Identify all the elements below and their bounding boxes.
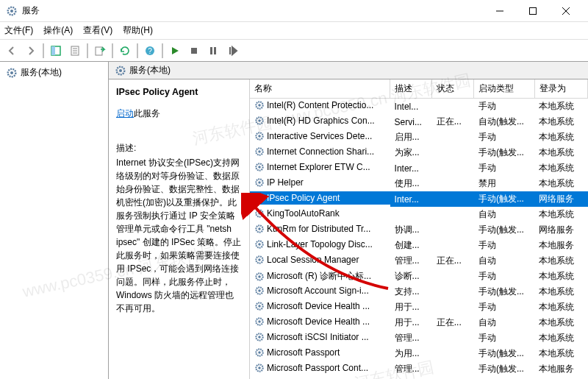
- menu-view[interactable]: 查看(V): [83, 24, 112, 37]
- back-button[interactable]: [3, 42, 21, 60]
- refresh-button[interactable]: [116, 42, 134, 60]
- maximize-button[interactable]: [516, 1, 549, 21]
- service-desc: 诊断...: [390, 269, 432, 284]
- pause-service-button[interactable]: [204, 42, 222, 60]
- service-startup: 手动: [474, 99, 535, 115]
- gear-icon: [254, 347, 265, 358]
- export-button[interactable]: [91, 42, 109, 60]
- service-status: [432, 207, 474, 222]
- gear-icon: [254, 272, 265, 282]
- service-row[interactable]: KtmRm for Distributed Tr...协调...手动(触发...…: [250, 222, 588, 238]
- service-row[interactable]: IP Helper使用...禁用本地系统: [250, 176, 588, 191]
- service-row[interactable]: Microsoft iSCSI Initiator ...管理...手动本地系统: [250, 330, 588, 346]
- service-name: Link-Layer Topology Disc...: [267, 239, 373, 249]
- service-logon: 本地系统: [534, 160, 587, 176]
- service-row[interactable]: Internet Connection Shari...为家...手动(触发..…: [250, 145, 588, 160]
- service-name: Microsoft Device Health ...: [267, 301, 370, 311]
- service-status: [432, 160, 474, 176]
- gear-icon: [254, 332, 265, 342]
- restart-service-button[interactable]: [223, 42, 241, 60]
- service-status: [432, 284, 474, 300]
- minimize-button[interactable]: [483, 1, 516, 21]
- service-startup: 手动: [474, 330, 535, 346]
- col-desc[interactable]: 描述: [390, 79, 432, 99]
- stop-service-button[interactable]: [185, 42, 203, 60]
- service-status: [432, 222, 474, 238]
- service-row[interactable]: Intel(R) Content Protectio...Intel...手动本…: [250, 99, 588, 115]
- service-name: Interactive Services Dete...: [267, 131, 372, 141]
- svg-rect-2: [529, 7, 536, 14]
- gear-icon: [254, 177, 265, 188]
- close-button[interactable]: [549, 1, 582, 21]
- service-row[interactable]: Microsoft (R) 诊断中心标...诊断...手动本地系统: [250, 269, 588, 284]
- services-grid[interactable]: 名称 描述 状态 启动类型 登录为 Intel(R) Content Prote…: [250, 79, 588, 379]
- service-startup: 自动(触发...: [474, 114, 535, 130]
- service-logon: 本地系统: [534, 99, 587, 115]
- service-desc: 用于...: [390, 300, 432, 315]
- selected-service-name: IPsec Policy Agent: [116, 87, 242, 97]
- forward-button[interactable]: [22, 42, 40, 60]
- service-name: KtmRm for Distributed Tr...: [267, 224, 370, 234]
- service-startup: 手动(触发...: [474, 191, 535, 207]
- menu-file[interactable]: 文件(F): [4, 24, 33, 37]
- service-logon: 本地系统: [534, 330, 587, 346]
- svg-rect-11: [214, 47, 216, 54]
- col-logon[interactable]: 登录为: [534, 79, 587, 99]
- gear-icon: [254, 224, 265, 234]
- service-status: 正在...: [432, 315, 474, 330]
- service-row[interactable]: Microsoft Account Sign-i...支持...手动(触发...…: [250, 284, 588, 300]
- service-logon: 本地系统: [534, 130, 587, 145]
- service-row[interactable]: Microsoft Device Health ...用于...手动本地系统: [250, 300, 588, 315]
- col-startup[interactable]: 启动类型: [474, 79, 535, 99]
- start-service-button[interactable]: [166, 42, 184, 60]
- service-logon: 本地系统: [534, 300, 587, 315]
- service-row[interactable]: Local Session Manager管理...正在...自动本地系统: [250, 253, 588, 269]
- nav-item-services-local[interactable]: 服务(本地): [3, 65, 105, 80]
- service-name: Microsoft Account Sign-i...: [267, 286, 369, 296]
- service-row[interactable]: Intel(R) HD Graphics Con...Servi...正在...…: [250, 114, 588, 130]
- service-desc: 启用...: [390, 130, 432, 145]
- service-name: IP Helper: [267, 177, 304, 188]
- menu-help[interactable]: 帮助(H): [123, 24, 153, 37]
- service-startup: 禁用: [474, 176, 535, 191]
- menu-action[interactable]: 操作(A): [43, 24, 73, 37]
- service-status: 正在...: [432, 253, 474, 269]
- toolbar: ?: [0, 40, 588, 62]
- service-name: Microsoft Device Health ...: [267, 316, 370, 327]
- service-startup: 手动(触发...: [474, 222, 535, 238]
- service-desc: 支持...: [390, 284, 432, 300]
- service-row[interactable]: IPsec Policy AgentInter...手动(触发...网络服务: [250, 191, 588, 207]
- gear-icon: [254, 100, 265, 110]
- service-logon: 本地系统: [534, 253, 587, 269]
- service-name: Internet Connection Shari...: [267, 146, 374, 157]
- service-row[interactable]: Link-Layer Topology Disc...创建...手动本地服务: [250, 238, 588, 253]
- service-row[interactable]: KingToolAutoRank自动本地系统: [250, 207, 588, 222]
- service-desc: 协调...: [390, 222, 432, 238]
- gear-icon: [254, 208, 265, 219]
- help-button[interactable]: ?: [141, 42, 159, 60]
- detail-pane: IPsec Policy Agent 启动此服务 描述: Internet 协议…: [109, 79, 250, 379]
- service-row[interactable]: Microsoft Passport Cont...管理...手动(触发...本…: [250, 361, 588, 377]
- service-status: [432, 99, 474, 115]
- service-logon: 本地系统: [534, 315, 587, 330]
- gear-icon: [254, 316, 265, 327]
- service-row[interactable]: Internet Explorer ETW C...Inter...手动本地系统: [250, 160, 588, 176]
- service-row[interactable]: Microsoft Device Health ...用于...正在...自动本…: [250, 315, 588, 330]
- properties-button[interactable]: [66, 42, 84, 60]
- col-status[interactable]: 状态: [432, 79, 474, 99]
- service-logon: 本地系统: [534, 176, 587, 191]
- service-status: [432, 361, 474, 377]
- service-row[interactable]: Interactive Services Dete...启用...手动本地系统: [250, 130, 588, 145]
- description-label: 描述:: [116, 142, 242, 155]
- content-header: 服务(本地): [109, 62, 588, 79]
- service-row[interactable]: Microsoft Passport为用...手动(触发...本地系统: [250, 346, 588, 361]
- show-hide-button[interactable]: [47, 42, 65, 60]
- service-startup: 自动: [474, 315, 535, 330]
- service-startup: 手动: [474, 160, 535, 176]
- gear-icon: [254, 255, 265, 265]
- start-service-link[interactable]: 启动: [116, 108, 134, 118]
- start-service-link-row: 启动此服务: [116, 107, 242, 120]
- col-name[interactable]: 名称: [250, 79, 390, 99]
- service-name: Intel(R) Content Protectio...: [267, 100, 373, 110]
- service-startup: 手动(触发...: [474, 284, 535, 300]
